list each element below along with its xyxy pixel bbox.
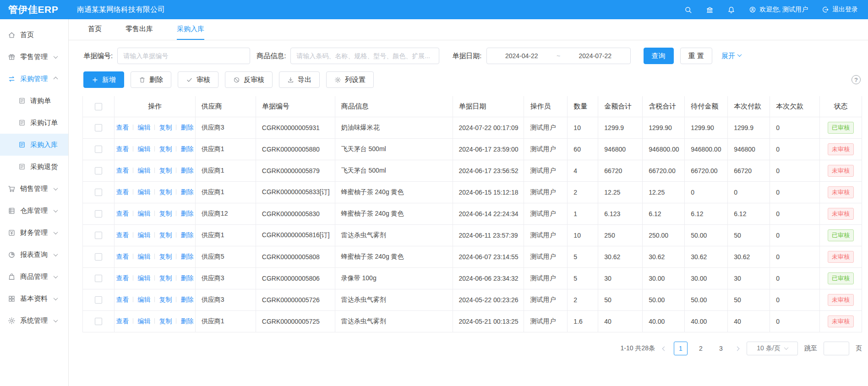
column-settings-button[interactable]: 列设置: [326, 71, 374, 88]
sidebar-item-purchase-order[interactable]: 采购订单: [0, 112, 68, 134]
row-action-link[interactable]: 查看: [116, 210, 129, 218]
row-checkbox[interactable]: [95, 189, 102, 196]
row-action-link[interactable]: 查看: [116, 231, 129, 239]
row-action-link[interactable]: 查看: [116, 274, 129, 283]
row-action-link[interactable]: 删除: [172, 317, 193, 326]
prev-page-button[interactable]: [661, 347, 667, 350]
page-size-select[interactable]: 10 条/页: [747, 342, 798, 355]
row-action-link[interactable]: 复制: [150, 231, 172, 239]
row-checkbox[interactable]: [95, 275, 102, 282]
row-action-link[interactable]: 复制: [150, 167, 172, 175]
row-action-link[interactable]: 复制: [150, 274, 172, 283]
row-action-link[interactable]: 编辑: [129, 231, 150, 239]
sidebar-item-basic-data[interactable]: 基本资料: [0, 288, 68, 310]
row-action-link[interactable]: 编辑: [129, 145, 150, 153]
row-action-link[interactable]: 删除: [172, 188, 193, 196]
page-button-3[interactable]: 3: [714, 342, 728, 355]
row-action-link[interactable]: 编辑: [129, 274, 150, 283]
row-action-link[interactable]: 编辑: [129, 317, 150, 326]
row-action-link[interactable]: 编辑: [129, 253, 150, 261]
row-checkbox[interactable]: [95, 210, 102, 217]
search-icon[interactable]: [684, 6, 692, 14]
sidebar-item-goods-mgmt[interactable]: 商品管理: [0, 266, 68, 288]
page-button-2[interactable]: 2: [694, 342, 708, 355]
sidebar-item-finance-mgmt[interactable]: 财务管理: [0, 222, 68, 244]
sidebar-item-report-query[interactable]: 报表查询: [0, 244, 68, 266]
search-button[interactable]: 查询: [644, 48, 674, 64]
row-action-link[interactable]: 复制: [150, 188, 172, 196]
welcome-text: 欢迎您, 测试用户: [759, 5, 808, 14]
date-start-value[interactable]: 2024-04-22: [505, 52, 538, 60]
row-action-link[interactable]: 编辑: [129, 188, 150, 196]
row-action-link[interactable]: 查看: [116, 188, 129, 196]
date-end-value[interactable]: 2024-07-22: [579, 52, 612, 60]
row-action-link[interactable]: 删除: [172, 274, 193, 283]
row-action-link[interactable]: 编辑: [129, 124, 150, 132]
row-action-link[interactable]: 复制: [150, 253, 172, 261]
tab-retail-outbound[interactable]: 零售出库: [126, 19, 153, 40]
sidebar-item-home[interactable]: 首页: [0, 24, 68, 46]
row-checkbox[interactable]: [95, 318, 102, 325]
sidebar-item-sales-mgmt[interactable]: 销售管理: [0, 178, 68, 200]
tab-home[interactable]: 首页: [88, 19, 102, 40]
sidebar-item-warehouse-mgmt[interactable]: 仓库管理: [0, 200, 68, 222]
row-action-link[interactable]: 查看: [116, 253, 129, 261]
row-action-link[interactable]: 删除: [172, 253, 193, 261]
sidebar-item-retail-mgmt[interactable]: 零售管理: [0, 46, 68, 68]
tab-purchase-inbound[interactable]: 采购入库: [177, 19, 204, 40]
row-action-link[interactable]: 删除: [172, 145, 193, 153]
help-icon[interactable]: ?: [852, 75, 861, 84]
row-action-link[interactable]: 删除: [172, 231, 193, 239]
row-action-link[interactable]: 查看: [116, 317, 129, 326]
trash-icon: [139, 76, 146, 83]
delete-button[interactable]: 删除: [131, 71, 171, 88]
page-button-1[interactable]: 1: [674, 342, 688, 355]
row-action-link[interactable]: 查看: [116, 167, 129, 175]
row-checkbox[interactable]: [95, 232, 102, 239]
check-icon: [186, 76, 193, 83]
row-checkbox[interactable]: [95, 124, 102, 131]
row-checkbox[interactable]: [95, 167, 102, 174]
row-action-link[interactable]: 查看: [116, 145, 129, 153]
row-action-link[interactable]: 删除: [172, 124, 193, 132]
row-action-link[interactable]: 编辑: [129, 167, 150, 175]
product-info-input[interactable]: [290, 48, 439, 64]
row-action-link[interactable]: 复制: [150, 296, 172, 304]
add-button[interactable]: 新增: [83, 71, 124, 88]
sidebar-item-purchase-mgmt[interactable]: 采购管理: [0, 68, 68, 90]
row-action-link[interactable]: 删除: [172, 296, 193, 304]
row-action-link[interactable]: 删除: [172, 167, 193, 175]
row-checkbox[interactable]: [95, 146, 102, 153]
sidebar-item-purchase-return[interactable]: 采购退货: [0, 156, 68, 178]
date-range-picker[interactable]: 2024-04-22 ~ 2024-07-22: [486, 48, 631, 64]
reset-button[interactable]: 重 置: [680, 48, 712, 64]
row-action-link[interactable]: 复制: [150, 124, 172, 132]
logout-button[interactable]: 退出登录: [822, 5, 858, 14]
next-page-button[interactable]: [734, 347, 740, 350]
row-checkbox[interactable]: [95, 253, 102, 261]
row-action-link[interactable]: 编辑: [129, 296, 150, 304]
row-action-link[interactable]: 删除: [172, 210, 193, 218]
unaudit-button[interactable]: 反审核: [225, 71, 273, 88]
sidebar-item-purchase-request[interactable]: 请购单: [0, 90, 68, 112]
sidebar-item-system-mgmt[interactable]: 系统管理: [0, 310, 68, 332]
row-action-link[interactable]: 编辑: [129, 210, 150, 218]
bank-icon[interactable]: [706, 6, 714, 14]
row-action-link[interactable]: 复制: [150, 145, 172, 153]
bell-icon[interactable]: [727, 6, 735, 14]
select-all-checkbox[interactable]: [95, 103, 102, 110]
export-button[interactable]: 导出: [279, 71, 320, 88]
row-action-link[interactable]: 复制: [150, 210, 172, 218]
export-button-label: 导出: [298, 76, 311, 84]
cell-bill_no: CGRK00000005931: [256, 117, 335, 139]
bill-no-input[interactable]: [117, 48, 250, 64]
sidebar-item-purchase-inbound[interactable]: 采购入库: [0, 134, 68, 156]
expand-link[interactable]: 展开: [721, 52, 741, 60]
row-action-link[interactable]: 查看: [116, 124, 129, 132]
row-action-link[interactable]: 复制: [150, 317, 172, 326]
row-checkbox[interactable]: [95, 296, 102, 304]
jump-to-page-input[interactable]: [824, 342, 849, 355]
row-action-link[interactable]: 查看: [116, 296, 129, 304]
welcome-user[interactable]: 欢迎您, 测试用户: [749, 5, 808, 14]
audit-button[interactable]: 审核: [178, 71, 218, 88]
